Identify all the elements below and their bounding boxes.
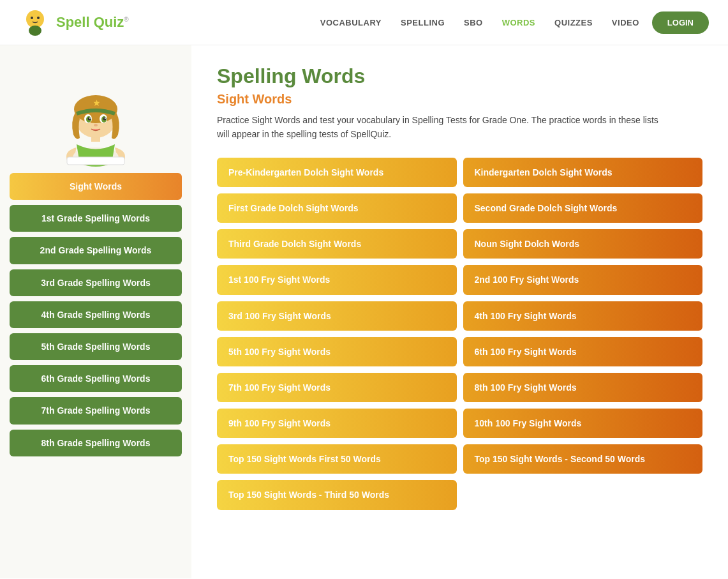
sidebar-sight-words[interactable]: Sight Words — [10, 173, 182, 200]
word-list-top150-third50[interactable]: Top 150 Sight Words - Third 50 Words — [217, 480, 457, 509]
svg-point-0 — [26, 10, 44, 28]
word-list-4th-fry[interactable]: 4th 100 Fry Sight Words — [463, 301, 703, 331]
word-list-3rd-dolch[interactable]: Third Grade Dolch Sight Words — [217, 229, 457, 259]
sidebar-6th-grade[interactable]: 6th Grade Spelling Words — [10, 365, 182, 392]
logo-quiz: Quiz — [94, 14, 124, 30]
word-list-5th-fry[interactable]: 5th 100 Fry Sight Words — [217, 337, 457, 366]
sidebar-4th-grade[interactable]: 4th Grade Spelling Words — [10, 301, 182, 328]
sidebar-7th-grade[interactable]: 7th Grade Spelling Words — [10, 397, 182, 424]
page-layout: Sight Words 1st Grade Spelling Words 2nd… — [0, 45, 728, 578]
logo-area: Spell Quiz® — [19, 6, 129, 38]
svg-point-13 — [103, 117, 107, 121]
svg-point-12 — [88, 117, 91, 121]
section-title: Sight Words — [217, 92, 702, 107]
sidebar-5th-grade[interactable]: 5th Grade Spelling Words — [10, 333, 182, 360]
word-list-1st-fry[interactable]: 1st 100 Fry Sight Words — [217, 265, 457, 294]
svg-point-3 — [37, 17, 40, 19]
header: Spell Quiz® VOCABULARY SPELLING SBO WORD… — [0, 0, 728, 45]
word-list-top150-second50[interactable]: Top 150 Sight Words - Second 50 Words — [463, 444, 703, 474]
word-list-top150-first50[interactable]: Top 150 Sight Words First 50 Words — [217, 444, 457, 474]
sidebar: Sight Words 1st Grade Spelling Words 2nd… — [0, 45, 191, 578]
word-list-2nd-fry[interactable]: 2nd 100 Fry Sight Words — [463, 265, 703, 294]
word-list-3rd-fry[interactable]: 3rd 100 Fry Sight Words — [217, 301, 457, 331]
word-list-pre-k-dolch[interactable]: Pre-Kindergarten Dolch Sight Words — [217, 158, 457, 187]
logo-character-icon — [19, 6, 51, 38]
logo-text: Spell Quiz® — [56, 14, 129, 31]
svg-point-2 — [31, 17, 33, 19]
word-list-7th-fry[interactable]: 7th 100 Fry Sight Words — [217, 373, 457, 402]
sidebar-character — [26, 58, 166, 167]
word-list-6th-fry[interactable]: 6th 100 Fry Sight Words — [463, 337, 703, 366]
nav-video[interactable]: VIDEO — [612, 18, 639, 27]
page-title: Spelling Words — [217, 64, 702, 88]
logo-spell: Spell — [56, 14, 94, 30]
nav-vocabulary[interactable]: VOCABULARY — [320, 18, 382, 27]
nav-words[interactable]: WORDS — [502, 18, 535, 27]
nav-spelling[interactable]: SPELLING — [401, 18, 445, 27]
login-button[interactable]: LOGIN — [652, 11, 709, 34]
description: Practice Sight Words and test your vocab… — [217, 113, 664, 142]
word-list-k-dolch[interactable]: Kindergarten Dolch Sight Words — [463, 158, 703, 187]
sidebar-8th-grade[interactable]: 8th Grade Spelling Words — [10, 430, 182, 456]
word-list-1st-dolch[interactable]: First Grade Dolch Sight Words — [217, 193, 457, 223]
nav-sbo[interactable]: SBO — [464, 18, 483, 27]
word-list-9th-fry[interactable]: 9th 100 Fry Sight Words — [217, 409, 457, 438]
svg-point-14 — [89, 117, 91, 119]
sidebar-1st-grade[interactable]: 1st Grade Spelling Words — [10, 205, 182, 232]
word-list-10th-fry[interactable]: 10th 100 Fry Sight Words — [463, 409, 703, 438]
word-list-2nd-dolch[interactable]: Second Grade Dolch Sight Words — [463, 193, 703, 223]
svg-rect-17 — [67, 157, 124, 165]
svg-point-1 — [29, 26, 41, 36]
nav-quizzes[interactable]: QUIZZES — [554, 18, 593, 27]
main-nav: VOCABULARY SPELLING SBO WORDS QUIZZES VI… — [320, 18, 639, 27]
svg-point-15 — [105, 117, 106, 119]
word-list-8th-fry[interactable]: 8th 100 Fry Sight Words — [463, 373, 703, 402]
logo-reg: ® — [124, 16, 128, 23]
word-grid: Pre-Kindergarten Dolch Sight Words Kinde… — [217, 158, 702, 510]
word-list-noun-dolch[interactable]: Noun Sight Dolch Words — [463, 229, 703, 259]
main-content: Spelling Words Sight Words Practice Sigh… — [191, 45, 728, 578]
svg-point-16 — [94, 124, 98, 126]
sidebar-buttons: Sight Words 1st Grade Spelling Words 2nd… — [10, 173, 182, 456]
sidebar-2nd-grade[interactable]: 2nd Grade Spelling Words — [10, 237, 182, 264]
sidebar-3rd-grade[interactable]: 3rd Grade Spelling Words — [10, 269, 182, 296]
